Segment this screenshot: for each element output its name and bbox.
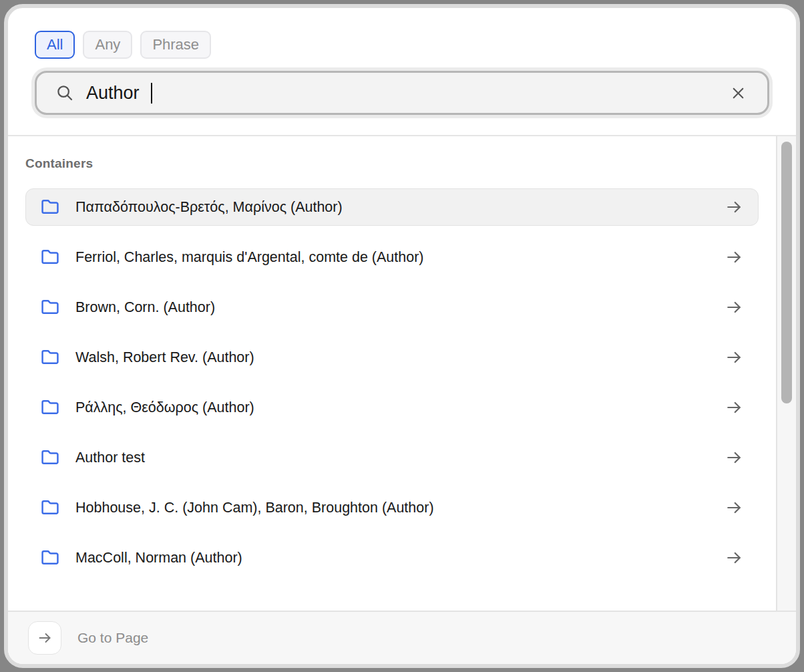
filter-phrase-button[interactable]: Phrase (140, 31, 211, 59)
search-dialog: All Any Phrase Author (4, 4, 800, 668)
arrow-right-icon[interactable] (725, 548, 743, 567)
list-item[interactable]: Ράλλης, Θεόδωρος (Author) (25, 389, 759, 426)
go-to-page-button[interactable] (28, 621, 61, 655)
folder-icon (41, 498, 59, 517)
container-rows: Παπαδόπουλος-Βρετός, Μαρίνος (Author) Fe… (25, 188, 759, 576)
arrow-right-icon[interactable] (725, 498, 743, 517)
clear-search-button[interactable] (727, 81, 749, 104)
list-item[interactable]: MacColl, Norman (Author) (25, 539, 759, 576)
folder-icon (41, 298, 59, 317)
magnifier-icon (55, 83, 75, 103)
scrollbar-thumb[interactable] (781, 142, 792, 403)
list-item-label: Hobhouse, J. C. (John Cam), Baron, Broug… (75, 500, 709, 516)
go-to-page-label: Go to Page (77, 630, 148, 646)
arrow-right-icon (37, 630, 53, 646)
folder-icon (41, 248, 59, 267)
search-header: All Any Phrase Author (8, 8, 796, 135)
list-item-label: Παπαδόπουλος-Βρετός, Μαρίνος (Author) (75, 199, 709, 216)
list-item[interactable]: Brown, Corn. (Author) (25, 289, 759, 326)
folder-icon (41, 348, 59, 367)
scrollbar-track[interactable] (776, 136, 796, 611)
arrow-right-icon[interactable] (725, 398, 743, 417)
arrow-right-icon[interactable] (725, 298, 743, 317)
search-input-value: Author (86, 83, 140, 104)
folder-icon (41, 548, 59, 567)
folder-icon (41, 398, 59, 417)
list-item-label: Ferriol, Charles, marquis d'Argental, co… (75, 249, 709, 266)
footer-bar: Go to Page (8, 611, 796, 664)
list-item-label: Walsh, Robert Rev. (Author) (75, 349, 709, 366)
list-item-label: MacColl, Norman (Author) (75, 550, 709, 566)
list-item[interactable]: Hobhouse, J. C. (John Cam), Baron, Broug… (25, 489, 759, 526)
arrow-right-icon[interactable] (725, 198, 743, 216)
results-area: Containers Παπαδόπουλος-Βρετός, Μαρίνος … (8, 136, 796, 611)
list-item-label: Brown, Corn. (Author) (75, 299, 709, 316)
list-item[interactable]: Παπαδόπουλος-Βρετός, Μαρίνος (Author) (25, 188, 759, 226)
folder-icon (41, 198, 59, 216)
text-caret (151, 83, 152, 104)
match-mode-filters: All Any Phrase (35, 31, 769, 59)
folder-icon (41, 448, 59, 467)
arrow-right-icon[interactable] (725, 348, 743, 367)
close-icon (729, 84, 747, 102)
arrow-right-icon[interactable] (725, 248, 743, 267)
list-item-label: Author test (75, 450, 709, 466)
list-item[interactable]: Walsh, Robert Rev. (Author) (25, 339, 759, 376)
results-list: Containers Παπαδόπουλος-Βρετός, Μαρίνος … (8, 136, 776, 611)
search-input[interactable]: Author (35, 71, 769, 115)
list-item[interactable]: Author test (25, 439, 759, 476)
section-title-containers: Containers (25, 156, 759, 171)
filter-all-button[interactable]: All (35, 31, 75, 59)
list-item-label: Ράλλης, Θεόδωρος (Author) (75, 399, 709, 416)
filter-any-button[interactable]: Any (83, 31, 132, 59)
list-item[interactable]: Ferriol, Charles, marquis d'Argental, co… (25, 238, 759, 276)
arrow-right-icon[interactable] (725, 448, 743, 467)
